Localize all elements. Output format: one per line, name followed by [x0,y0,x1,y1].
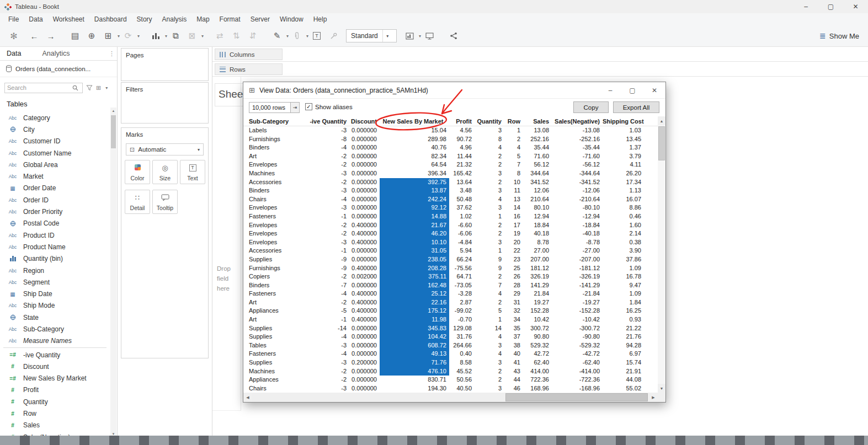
table-cell[interactable]: 830.71 [380,376,449,384]
field-quantity[interactable]: #Quantity [0,396,110,408]
table-cell[interactable]: 71.76 [380,358,449,367]
table-cell[interactable]: Labels [248,126,307,135]
menu-file[interactable]: File [3,14,24,25]
table-cell[interactable]: 1 [475,212,504,221]
column-header-9[interactable]: Sales(Negative) [552,116,603,126]
dialog-close-button[interactable]: ✕ [643,82,665,99]
table-cell[interactable]: 4.96 [449,143,475,152]
table-cell[interactable]: 13.87 [380,186,449,195]
table-row[interactable]: Supplies-40.000000104.4231.7643790.80-90… [243,333,658,341]
table-cell[interactable]: 0.400000 [349,238,380,247]
redo-button[interactable]: → [44,29,57,43]
table-cell[interactable]: 16 [504,212,523,221]
table-cell[interactable]: -2 [307,367,349,376]
table-cell[interactable]: -3 [307,169,349,178]
table-cell[interactable]: 289.98 [380,135,449,144]
table-cell[interactable]: 0.000000 [349,324,380,333]
table-cell[interactable]: -8.78 [552,238,603,247]
table-cell[interactable]: 0.38 [603,238,644,247]
table-row[interactable]: Furnishings-90.400000208.28-75.56925181.… [243,264,658,273]
table-cell[interactable]: 0.000000 [349,178,380,187]
table-cell[interactable]: 181.12 [523,264,552,273]
add-data-button[interactable]: ⊕ [85,29,98,43]
table-cell[interactable]: -18.84 [552,221,603,230]
table-cell[interactable]: -341.52 [552,178,603,187]
table-row[interactable]: Accessories-20.000000392.7513.64210341.5… [243,178,658,187]
presentation-mode-button[interactable] [423,29,436,43]
scrollbar-thumb[interactable] [505,393,648,401]
fix-axes-button[interactable] [327,29,340,43]
table-cell[interactable]: 341.52 [523,178,552,187]
field-customer-name[interactable]: AbcCustomer Name [0,147,110,159]
caret-down-icon[interactable]: ▾ [419,34,421,39]
copy-button[interactable]: Copy [573,101,609,113]
table-cell[interactable]: 1.13 [603,186,644,195]
minimize-button[interactable]: – [794,0,818,13]
table-cell[interactable]: 252.16 [523,135,552,144]
close-button[interactable]: ✕ [843,0,868,13]
table-cell[interactable]: 0.000000 [349,195,380,204]
menu-dashboard[interactable]: Dashboard [89,14,132,25]
table-cell[interactable]: 21.84 [523,289,552,298]
field-order-date[interactable]: ▦Order Date [0,183,110,194]
table-cell[interactable]: 104.42 [380,333,449,341]
table-cell[interactable]: 21.22 [603,324,644,333]
table-cell[interactable]: 2 [475,272,504,281]
table-cell[interactable]: 3.90 [603,246,644,255]
field-state[interactable]: State [0,312,110,323]
table-cell[interactable]: 40.18 [523,229,552,238]
tab-data[interactable]: Data [0,47,28,60]
table-cell[interactable]: 529.32 [523,341,552,350]
table-cell[interactable]: -10.42 [552,315,603,324]
column-header-3[interactable]: Discount [349,116,380,126]
table-cell[interactable]: 1.09 [603,289,644,298]
table-cell[interactable]: 0.000000 [349,212,380,221]
table-cell[interactable]: 28 [504,281,523,290]
table-cell[interactable]: 5 [504,152,523,161]
column-header-6[interactable]: Quantity [475,116,504,126]
table-cell[interactable]: -2 [307,152,349,161]
table-row[interactable]: Supplies-90.000000238.0566.24923207.00-2… [243,255,658,264]
view-grid-icon[interactable]: ⊞ [96,84,101,92]
field-sub-category[interactable]: AbcSub-Category [0,323,110,335]
table-cell[interactable]: 152.28 [523,307,552,315]
table-cell[interactable]: Furnishings [248,135,307,144]
table-cell[interactable]: 4.56 [449,126,475,135]
pane-options-icon[interactable]: ⋮ [109,50,115,57]
table-cell[interactable]: 9 [475,264,504,273]
menu-data[interactable]: Data [24,14,47,25]
table-cell[interactable]: -414.00 [552,367,603,376]
table-cell[interactable]: 31 [504,298,523,307]
table-cell[interactable]: 4 [504,143,523,152]
scroll-right-icon[interactable]: ▶ [649,393,658,402]
table-cell[interactable]: 6.97 [603,350,644,358]
table-cell[interactable]: 50.56 [449,376,475,384]
table-cell[interactable]: 3 [475,169,504,178]
table-cell[interactable]: 26.20 [603,169,644,178]
table-cell[interactable]: 264.66 [449,341,475,350]
table-cell[interactable]: -4 [307,289,349,298]
table-cell[interactable]: Chairs [248,195,307,204]
table-cell[interactable]: 40.50 [449,384,475,393]
table-cell[interactable]: -5 [307,307,349,315]
field-product-id[interactable]: AbcProduct ID [0,229,110,241]
row-count-apply-icon[interactable]: ⇥ [290,103,299,112]
table-cell[interactable]: Binders [248,281,307,290]
table-cell[interactable]: -300.72 [552,324,603,333]
table-cell[interactable]: -12.94 [552,212,603,221]
column-header-7[interactable]: Row [504,116,523,126]
table-cell[interactable]: 4 [475,333,504,341]
caret-down-icon[interactable]: ▾ [105,85,108,90]
table-cell[interactable]: 16.07 [603,195,644,204]
table-row[interactable]: Fasteners-10.00000014.881.0211612.94-12.… [243,212,658,221]
table-cell[interactable]: 2 [475,229,504,238]
table-cell[interactable]: 0.000000 [349,160,380,169]
drop-field-zone[interactable]: Drop field here [212,77,241,411]
menu-window[interactable]: Window [275,14,308,25]
table-cell[interactable]: 207.00 [523,255,552,264]
table-cell[interactable]: -2 [307,229,349,238]
table-row[interactable]: Supplies-140.000000345.83129.081435300.7… [243,324,658,333]
table-cell[interactable]: 0.93 [603,315,644,324]
table-cell[interactable]: 14 [504,203,523,212]
table-cell[interactable]: 2.87 [449,298,475,307]
